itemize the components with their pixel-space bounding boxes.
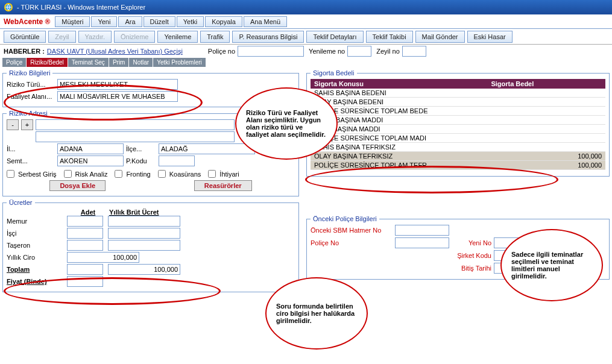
police-no-label2: Poliçe No <box>311 239 395 246</box>
sbm-input[interactable] <box>395 225 449 236</box>
police-no-input2[interactable] <box>395 237 449 248</box>
fronting-label: Fronting <box>126 171 150 178</box>
ie-icon <box>4 2 13 12</box>
address-line-input[interactable] <box>36 119 235 130</box>
faaliyet-alani-input[interactable] <box>57 91 178 102</box>
sigorta-bedeli-legend: Sigorta Bedeli <box>311 69 357 77</box>
koasurans-label: Koasürans <box>169 171 201 178</box>
table-row[interactable]: OLAY BAŞINA TEFRIKSIZ100,000 <box>311 152 605 161</box>
reasurorler-button[interactable]: Reasürörler <box>194 180 252 191</box>
annotation-callout-2: Soru formunda belirtilen ciro bilgisi he… <box>265 277 368 350</box>
il-input[interactable] <box>57 143 124 154</box>
table-row[interactable]: SAHIS BAŞINA BEDENI <box>311 89 605 98</box>
taseron-adet-input[interactable] <box>67 240 103 251</box>
btn-goruntule[interactable]: Görüntüle <box>4 31 46 43</box>
tab-notlar[interactable]: Notlar <box>129 58 153 67</box>
tab-police[interactable]: Poliçe <box>2 58 26 67</box>
minus-button[interactable]: - <box>7 119 19 130</box>
ilce-label[interactable]: İlçe... <box>126 145 156 152</box>
menu-ara[interactable]: Ara <box>118 16 142 27</box>
btn-eski-hasar[interactable]: Eski Hasar <box>467 31 513 43</box>
news-bar: HABERLER : DASK UAVT (Ulusal Adres Veri … <box>0 45 612 58</box>
memur-label: Memur <box>7 218 67 225</box>
menu-anamenu[interactable]: Ana Menü <box>244 16 287 27</box>
taseron-ucret-input[interactable] <box>108 240 180 251</box>
serbest-giris-checkbox[interactable] <box>7 170 14 178</box>
th-konu: Sigorta Konusu <box>311 79 487 89</box>
table-row[interactable]: SAHIS BAŞINA TEFRIKSIZ <box>311 143 605 152</box>
isci-ucret-input[interactable] <box>108 228 180 239</box>
zeyil-no-input[interactable] <box>402 46 426 57</box>
riziko-turu-input[interactable] <box>57 79 178 90</box>
plus-button[interactable]: + <box>21 119 33 130</box>
riziko-bilgileri-legend: Riziko Bilgileri <box>7 69 52 77</box>
btn-zeyil[interactable]: Zeyil <box>48 31 75 43</box>
koasurans-checkbox[interactable] <box>158 170 166 178</box>
table-row[interactable]: POLİÇE SÜRESİNCE TOPLAM MADI <box>311 134 605 143</box>
pkodu-label: P.Kodu <box>126 157 156 165</box>
il-label[interactable]: İl... <box>7 145 55 152</box>
btn-yenileme[interactable]: Yenileme <box>157 31 198 43</box>
tab-riziko-bedel[interactable]: Riziko/Bedel <box>27 58 68 67</box>
address-line2-input[interactable] <box>36 131 235 142</box>
dosya-ekle-button[interactable]: Dosya Ekle <box>49 180 106 191</box>
isci-adet-input[interactable] <box>67 228 103 239</box>
taseron-label: Taşeron <box>7 242 67 249</box>
btn-reasurans[interactable]: P. Reasurans Bilgisi <box>232 31 304 43</box>
ucretler-legend: Ücretler <box>7 199 35 206</box>
toplam-adet-input[interactable] <box>67 264 103 275</box>
riziko-turu-label[interactable]: Riziko Türü... <box>7 81 55 88</box>
sbm-label: Önceki SBM Hatmer No <box>311 227 395 234</box>
fiyat-label: Fiyat (Binde) <box>7 278 67 285</box>
menu-yeni[interactable]: Yeni <box>91 16 117 27</box>
tab-yetki-problemleri[interactable]: Yetki Problemleri <box>153 58 206 67</box>
window-title: - TÜRK LIRASI - Windows Internet Explore… <box>17 4 145 11</box>
table-row[interactable]: POLİÇE SÜRESİNCE TOPLAM BEDE <box>311 107 605 116</box>
menu-musteri[interactable]: Müşteri <box>55 16 90 27</box>
tab-teminat-sec[interactable]: Teminat Seç <box>68 58 109 67</box>
btn-onizleme[interactable]: Önizleme <box>114 31 155 43</box>
subtabs: Poliçe Riziko/Bedel Teminat Seç Prim Not… <box>2 58 612 67</box>
faaliyet-alani-label[interactable]: Faaliyet Alanı... <box>7 93 55 100</box>
toolbar: Görüntüle Zeyil Yazdır. Önizleme Yenilem… <box>0 29 612 45</box>
sigorta-bedeli-group: Sigorta Bedeli Sigorta KonusuSigorta Bed… <box>306 69 610 177</box>
pkodu-input[interactable] <box>159 155 195 166</box>
ihtiyari-checkbox[interactable] <box>208 170 216 178</box>
memur-ucret-input[interactable] <box>108 216 180 227</box>
table-row[interactable]: OLAY BAŞINA MADDI <box>311 125 605 134</box>
yenileme-no-input[interactable] <box>347 46 371 57</box>
yeni-no-label: Yeni No <box>449 239 491 246</box>
zeyil-no-label: Zeyil no <box>376 48 400 55</box>
btn-yazdir[interactable]: Yazdır. <box>78 31 112 43</box>
semt-label[interactable]: Semt... <box>7 157 55 165</box>
memur-adet-input[interactable] <box>67 216 103 227</box>
table-row[interactable]: SAHIS BAŞINA MADDI <box>311 116 605 125</box>
ilce-input[interactable] <box>159 143 255 154</box>
tab-prim[interactable]: Prim <box>109 58 129 67</box>
btn-trafik[interactable]: Trafik <box>200 31 230 43</box>
sirket-kodu-label: Şirket Kodu <box>449 252 491 259</box>
toplam-label: Toplam <box>7 266 67 273</box>
fiyat-input[interactable] <box>67 276 103 287</box>
isci-label: İşçi <box>7 230 67 237</box>
yenileme-no-label: Yenileme no <box>309 48 345 55</box>
yillik-header: Yıllık Brüt Ücret <box>109 209 188 216</box>
menu-yetki[interactable]: Yetki <box>177 16 204 27</box>
btn-mail[interactable]: Mail Gönder <box>415 31 465 43</box>
toplam-input[interactable] <box>108 264 180 275</box>
btn-teklif-detay[interactable]: Teklif Detayları <box>306 31 363 43</box>
semt-input[interactable] <box>57 155 124 166</box>
btn-teklif-takibi[interactable]: Teklif Takibi <box>366 31 413 43</box>
news-link[interactable]: DASK UAVT (Ulusal Adres Veri Tabanı) Geç… <box>47 48 183 55</box>
onceki-police-legend: Önceki Poliçe Bilgileri <box>311 215 379 222</box>
fronting-checkbox[interactable] <box>115 170 122 178</box>
table-row[interactable]: POLİÇE SÜRESİNCE TOPLAM TEFR100,000 <box>311 161 605 170</box>
police-no-input[interactable] <box>238 46 304 57</box>
ucretler-group: Ücretler Adet Yıllık Brüt Ücret Memur İş… <box>2 199 299 292</box>
menu-kopyala[interactable]: Kopyala <box>205 16 242 27</box>
menu-duzelt[interactable]: Düzelt <box>144 16 175 27</box>
risk-analiz-checkbox[interactable] <box>64 170 72 178</box>
brand: WebAcente ® <box>4 17 50 26</box>
table-row[interactable]: OLAY BAŞINA BEDENI <box>311 98 605 107</box>
ciro-input[interactable] <box>67 252 139 263</box>
